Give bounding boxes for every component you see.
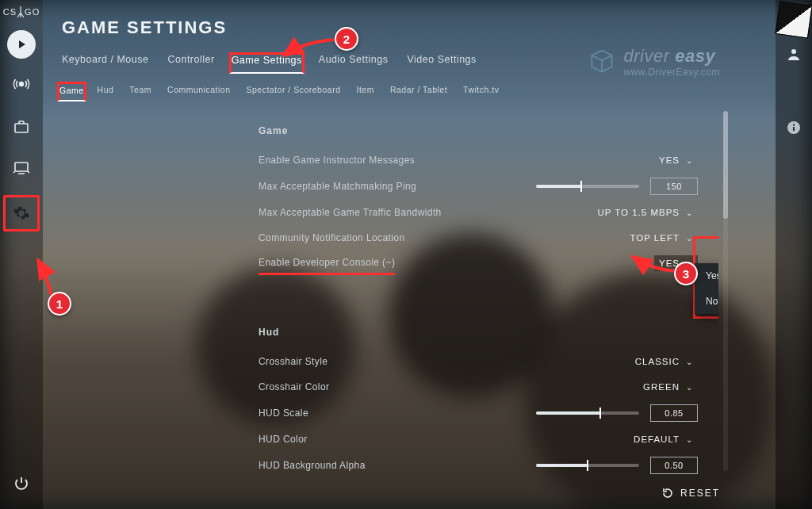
label-hudbg: HUD Background Alpha (259, 460, 366, 471)
subtab-item[interactable]: Item (356, 83, 373, 100)
broadcast-icon[interactable] (7, 71, 36, 100)
subtab-spectator[interactable]: Spectator / Scoreboard (247, 83, 341, 100)
dropdown-bandwidth[interactable]: UP TO 1.5 MBPS⌄ (593, 205, 698, 220)
hudbg-value[interactable]: 0.50 (650, 457, 698, 474)
label-devcon: Enable Developer Console (~) (259, 257, 395, 275)
subtab-communication[interactable]: Communication (167, 83, 230, 100)
option-no[interactable]: No (695, 289, 718, 314)
reset-icon (661, 487, 674, 499)
settings-highlight (3, 195, 40, 232)
chevron-down-icon: ⌄ (686, 209, 693, 217)
settings-icon[interactable] (7, 199, 36, 228)
page-title: GAME SETTINGS (43, 0, 776, 38)
annotation-callout-1: 1 (48, 292, 71, 316)
chevron-down-icon: ⌄ (686, 156, 693, 165)
primary-tabs: Keyboard / Mouse Controller Game Setting… (43, 38, 776, 80)
tab-video-settings[interactable]: Video Settings (407, 54, 476, 72)
annotation-callout-2: 2 (335, 27, 358, 51)
tab-keyboard-mouse[interactable]: Keyboard / Mouse (62, 54, 148, 72)
right-bar (776, 0, 812, 509)
chevron-down-icon: ⌄ (686, 383, 693, 392)
label-notify: Community Notification Location (259, 232, 404, 243)
label-ping: Max Acceptable Matchmaking Ping (259, 181, 416, 192)
annotation-callout-3: 3 (674, 262, 698, 285)
label-xcolor: Crosshair Color (259, 381, 329, 392)
chevron-down-icon: ⌄ (686, 234, 693, 243)
option-yes[interactable]: Yes (695, 263, 718, 289)
label-bandwidth: Max Acceptable Game Traffic Bandwidth (259, 207, 442, 218)
subtab-team[interactable]: Team (129, 83, 151, 100)
label-instructor: Enable Game Instructor Messages (259, 155, 415, 166)
tab-controller[interactable]: Controller (167, 54, 214, 72)
subtab-radar[interactable]: Radar / Tablet (390, 83, 447, 100)
row-hud-scale: HUD Scale 0.85 (213, 400, 718, 427)
label-hudscale: HUD Scale (259, 408, 308, 419)
svg-rect-1 (15, 124, 28, 132)
svg-rect-6 (793, 124, 795, 126)
inventory-icon[interactable] (7, 113, 36, 141)
profile-icon[interactable] (786, 46, 802, 65)
label-hudcolor: HUD Color (259, 434, 308, 445)
slider-hud-scale[interactable]: 0.85 (536, 404, 698, 422)
svg-rect-5 (793, 127, 795, 131)
dropdown-crosshair-style[interactable]: CLASSIC⌄ (630, 354, 698, 369)
chevron-down-icon: ⌄ (686, 435, 693, 444)
settings-panel: Game Enable Game Instructor Messages YES… (213, 111, 718, 477)
watch-icon[interactable] (7, 154, 36, 182)
info-icon[interactable] (787, 121, 801, 138)
section-game-title: Game (259, 125, 718, 136)
reset-button[interactable]: RESET (661, 487, 720, 499)
power-icon[interactable] (7, 469, 36, 498)
row-instructor: Enable Game Instructor Messages YES⌄ (213, 147, 718, 173)
row-ping: Max Acceptable Matchmaking Ping 150 (213, 173, 718, 200)
svg-point-0 (20, 82, 24, 86)
svg-point-3 (791, 49, 796, 54)
secondary-tabs: Game Hud Team Communication Spectator / … (43, 80, 776, 103)
dropdown-notify[interactable]: TOP LEFT⌄ (625, 230, 698, 246)
chevron-down-icon: ⌄ (686, 358, 693, 366)
row-crosshair-color: Crosshair Color GREEN⌄ (213, 374, 718, 400)
subtab-twitch[interactable]: Twitch.tv (463, 83, 499, 100)
row-crosshair-style: Crosshair Style CLASSIC⌄ (213, 349, 718, 374)
csgo-logo: CS GO (3, 6, 40, 17)
row-bandwidth: Max Acceptable Game Traffic Bandwidth UP… (213, 200, 718, 225)
subtab-hud[interactable]: Hud (98, 83, 114, 100)
slider-hud-bg[interactable]: 0.50 (536, 457, 698, 474)
dropdown-hud-color[interactable]: DEFAULT⌄ (629, 431, 698, 447)
left-nav: CS GO (0, 0, 43, 509)
slider-ping[interactable]: 150 (536, 178, 698, 195)
developer-console-options: Yes No (695, 263, 718, 314)
hudscale-value[interactable]: 0.85 (650, 404, 698, 422)
subtab-game[interactable]: Game (57, 82, 86, 101)
label-xstyle: Crosshair Style (259, 356, 327, 367)
dropdown-crosshair-color[interactable]: GREEN⌄ (638, 379, 698, 395)
section-hud-title: Hud (259, 327, 718, 338)
reset-label: RESET (680, 488, 720, 499)
ping-value[interactable]: 150 (650, 178, 698, 195)
row-hud-bg-alpha: HUD Background Alpha 0.50 (213, 452, 718, 477)
play-button[interactable] (7, 30, 36, 59)
dropdown-instructor[interactable]: YES⌄ (654, 152, 698, 168)
row-hud-color: HUD Color DEFAULT⌄ (213, 427, 718, 452)
svg-rect-2 (15, 163, 28, 171)
panel-scrollbar[interactable] (723, 111, 728, 471)
avatar[interactable] (775, 1, 812, 38)
